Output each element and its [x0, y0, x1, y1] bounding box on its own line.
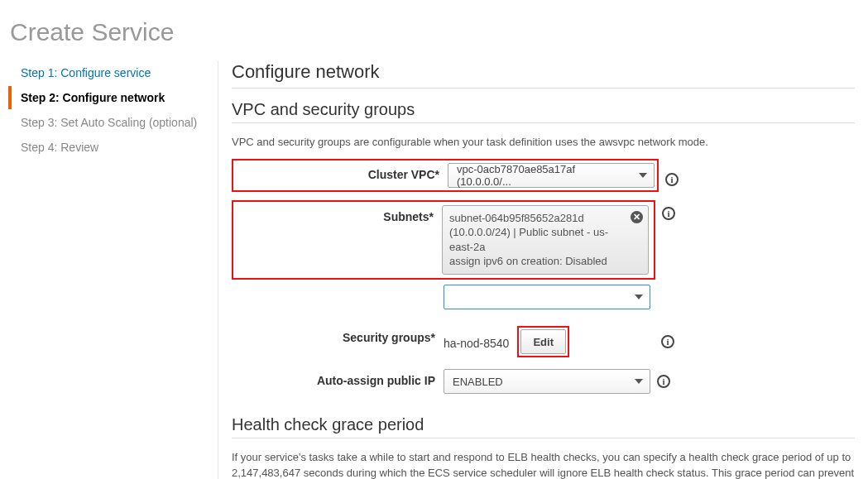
- info-icon[interactable]: i: [661, 335, 674, 348]
- security-group-value: ha-nod-8540: [444, 333, 509, 350]
- auto-ip-value: ENABLED: [453, 376, 503, 388]
- vpc-section-title: VPC and security groups: [232, 100, 855, 119]
- subnet-desc: (10.0.0.0/24) | Public subnet - us-east-…: [449, 225, 625, 254]
- subnets-add-select[interactable]: [444, 285, 650, 309]
- wizard-steps-sidebar: Step 1: Configure service Step 2: Config…: [8, 61, 218, 479]
- cluster-vpc-label: Cluster VPC*: [236, 163, 448, 181]
- info-icon[interactable]: i: [665, 173, 679, 186]
- auto-ip-select[interactable]: ENABLED: [444, 369, 650, 394]
- edit-security-group-button[interactable]: Edit: [520, 329, 566, 354]
- chevron-down-icon: [639, 173, 647, 178]
- subnets-label: Subnets*: [230, 205, 442, 223]
- section-title: Configure network: [232, 61, 855, 83]
- info-icon[interactable]: i: [662, 207, 675, 220]
- step-1-configure-service[interactable]: Step 1: Configure service: [8, 61, 209, 84]
- vpc-hint: VPC and security groups are configurable…: [232, 135, 855, 151]
- step-3-auto-scaling[interactable]: Step 3: Set Auto Scaling (optional): [8, 111, 209, 134]
- security-groups-label: Security groups*: [232, 326, 444, 344]
- step-4-review[interactable]: Step 4: Review: [8, 136, 209, 159]
- chevron-down-icon: [635, 379, 643, 384]
- page-title: Create Service: [8, 18, 860, 46]
- remove-subnet-icon[interactable]: ✕: [631, 211, 643, 223]
- health-section-text: If your service's tasks take a while to …: [232, 450, 855, 479]
- cluster-vpc-select[interactable]: vpc-0acb7870ae85a17af (10.0.0.0/...: [448, 163, 655, 188]
- auto-ip-label: Auto-assign public IP: [232, 369, 444, 387]
- subnet-id: subnet-064b95f85652a281d: [449, 211, 625, 226]
- chevron-down-icon: [635, 295, 643, 299]
- step-2-configure-network[interactable]: Step 2: Configure network: [8, 86, 209, 109]
- subnet-tag: subnet-064b95f85652a281d (10.0.0.0/24) |…: [442, 205, 649, 275]
- cluster-vpc-value: vpc-0acb7870ae85a17af (10.0.0.0/...: [457, 163, 632, 188]
- info-icon[interactable]: i: [657, 375, 670, 388]
- subnet-ipv6: assign ipv6 on creation: Disabled: [449, 254, 625, 269]
- health-section-title: Health check grace period: [232, 415, 855, 434]
